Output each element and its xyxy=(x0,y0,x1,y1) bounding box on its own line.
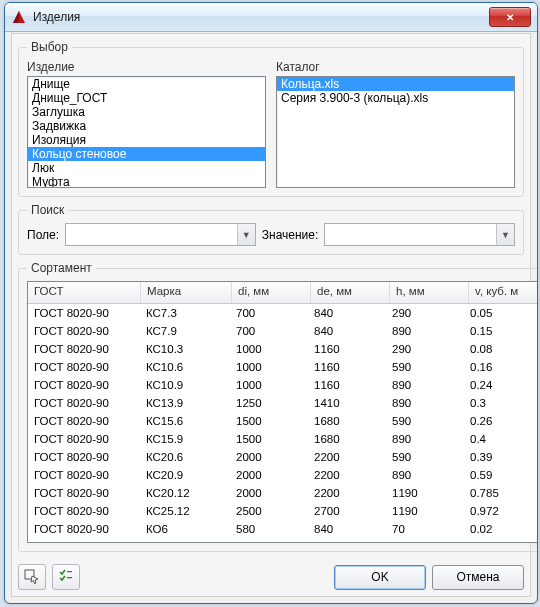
table-cell: ГОСТ 8020-90 xyxy=(28,502,140,520)
table-cell: КО6 xyxy=(140,520,230,538)
cancel-button[interactable]: Отмена xyxy=(432,565,524,590)
product-item[interactable]: Задвижка xyxy=(28,119,265,133)
dialog-footer: OK Отмена xyxy=(18,558,524,590)
table-cell: 1000 xyxy=(230,340,308,358)
product-item[interactable]: Кольцо стеновое xyxy=(28,147,265,161)
table-cell: 0.08 xyxy=(464,340,538,358)
table-cell: 0.972 xyxy=(464,502,538,520)
table-cell: ГОСТ 8020-90 xyxy=(28,484,140,502)
table-cell: ГОСТ 8020-90 xyxy=(28,376,140,394)
table-cell: 0.26 xyxy=(464,412,538,430)
table-row[interactable]: ГОСТ 8020-90КО6580840700.02 xyxy=(28,520,538,538)
product-label: Изделие xyxy=(27,60,266,74)
table-cell: 2000 xyxy=(230,448,308,466)
table-cell: 70 xyxy=(386,520,464,538)
table-cell: ГОСТ 8020-90 xyxy=(28,448,140,466)
table-cell: 840 xyxy=(308,304,386,322)
table-cell: КС20.6 xyxy=(140,448,230,466)
product-item[interactable]: Заглушка xyxy=(28,105,265,119)
table-cell: 890 xyxy=(386,376,464,394)
table-column-header[interactable]: ГОСТ xyxy=(28,282,141,303)
table-row[interactable]: ГОСТ 8020-90КС20.9200022008900.59 xyxy=(28,466,538,484)
table-row[interactable]: ГОСТ 8020-90КС10.3100011602900.08 xyxy=(28,340,538,358)
product-item[interactable]: Изоляция xyxy=(28,133,265,147)
table-cell: 580 xyxy=(230,520,308,538)
titlebar: Изделия ✕ xyxy=(5,3,537,32)
table-row[interactable]: ГОСТ 8020-90КС13.9125014108900.3 xyxy=(28,394,538,412)
table-cell: 290 xyxy=(386,304,464,322)
close-button[interactable]: ✕ xyxy=(489,7,531,27)
table-cell: 1000 xyxy=(230,376,308,394)
table-cell: 2200 xyxy=(308,466,386,484)
autocad-logo-icon xyxy=(11,9,27,25)
table-cell: 1160 xyxy=(308,376,386,394)
table-cell: КС10.3 xyxy=(140,340,230,358)
table-cell: 1410 xyxy=(308,394,386,412)
field-label: Поле: xyxy=(27,228,59,242)
table-cell: КС10.6 xyxy=(140,358,230,376)
table-row[interactable]: ГОСТ 8020-90КС7.37008402900.05 xyxy=(28,304,538,322)
check-list-button[interactable] xyxy=(52,564,80,590)
table-cell: 0.05 xyxy=(464,304,538,322)
table-row[interactable]: ГОСТ 8020-90КС15.6150016805900.26 xyxy=(28,412,538,430)
table-column-header[interactable]: v, куб. м xyxy=(469,282,538,303)
selection-group-label: Выбор xyxy=(27,40,72,54)
table-cell: 0.02 xyxy=(464,520,538,538)
table-cell: 0.3 xyxy=(464,394,538,412)
table-cell: 1190 xyxy=(386,484,464,502)
table-cell: 1500 xyxy=(230,430,308,448)
dialog-window: Изделия ✕ Выбор Изделие ДнищеДнище_ГОСТЗ… xyxy=(4,2,538,604)
table-cell: 0.15 xyxy=(464,322,538,340)
table-cell: 590 xyxy=(386,358,464,376)
table-cell: КС20.12 xyxy=(140,484,230,502)
table-cell: КС25.12 xyxy=(140,502,230,520)
ok-button[interactable]: OK xyxy=(334,565,426,590)
table-row[interactable]: ГОСТ 8020-90КС10.6100011605900.16 xyxy=(28,358,538,376)
table-cell: 0.24 xyxy=(464,376,538,394)
close-icon: ✕ xyxy=(506,12,514,23)
table-cell: 590 xyxy=(386,412,464,430)
catalog-label: Каталог xyxy=(276,60,515,74)
table-row[interactable]: ГОСТ 8020-90КС25.122500270011900.972 xyxy=(28,502,538,520)
pick-object-button[interactable] xyxy=(18,564,46,590)
table-cell: ГОСТ 8020-90 xyxy=(28,520,140,538)
catalog-item[interactable]: Серия 3.900-3 (кольца).xls xyxy=(277,91,514,105)
table-cell: ГОСТ 8020-90 xyxy=(28,430,140,448)
selection-group: Выбор Изделие ДнищеДнище_ГОСТЗаглушкаЗад… xyxy=(18,40,524,197)
table-row[interactable]: ГОСТ 8020-90КС15.9150016808900.4 xyxy=(28,430,538,448)
table-row[interactable]: ГОСТ 8020-90КС7.97008408900.15 xyxy=(28,322,538,340)
table-row[interactable]: ГОСТ 8020-90КС20.122000220011900.785 xyxy=(28,484,538,502)
table-cell: 890 xyxy=(386,466,464,484)
table-column-header[interactable]: de, мм xyxy=(311,282,390,303)
chevron-down-icon: ▼ xyxy=(496,224,514,245)
table-column-header[interactable]: h, мм xyxy=(390,282,469,303)
cancel-button-label: Отмена xyxy=(456,570,499,584)
table-cell: 0.39 xyxy=(464,448,538,466)
table-row[interactable]: ГОСТ 8020-90КС10.9100011608900.24 xyxy=(28,376,538,394)
product-item[interactable]: Днище xyxy=(28,77,265,91)
table-column-header[interactable]: Марка xyxy=(141,282,232,303)
table-cell: 2000 xyxy=(230,484,308,502)
table-cell: 2700 xyxy=(308,502,386,520)
table-column-header[interactable]: di, мм xyxy=(232,282,311,303)
sortament-group-label: Сортамент xyxy=(27,261,96,275)
check-list-icon xyxy=(58,568,74,587)
product-item[interactable]: Люк xyxy=(28,161,265,175)
value-label: Значение: xyxy=(262,228,319,242)
sortament-group: Сортамент ГОСТМаркаdi, ммde, ммh, ммv, к… xyxy=(18,261,538,552)
table-cell: 1160 xyxy=(308,340,386,358)
catalog-item[interactable]: Кольца.xls xyxy=(277,77,514,91)
table-cell: 0.4 xyxy=(464,430,538,448)
table-cell: КС15.6 xyxy=(140,412,230,430)
value-combo[interactable]: ▼ xyxy=(324,223,515,246)
product-item[interactable]: Муфта xyxy=(28,175,265,188)
client-area: Выбор Изделие ДнищеДнище_ГОСТЗаглушкаЗад… xyxy=(11,33,531,597)
table-body[interactable]: ГОСТ 8020-90КС7.37008402900.05ГОСТ 8020-… xyxy=(28,304,538,542)
table-cell: 0.785 xyxy=(464,484,538,502)
table-cell: 700 xyxy=(230,322,308,340)
table-row[interactable]: ГОСТ 8020-90КС20.6200022005900.39 xyxy=(28,448,538,466)
field-combo[interactable]: ▼ xyxy=(65,223,256,246)
product-listbox[interactable]: ДнищеДнище_ГОСТЗаглушкаЗадвижкаИзоляцияК… xyxy=(27,76,266,188)
catalog-listbox[interactable]: Кольца.xlsСерия 3.900-3 (кольца).xls xyxy=(276,76,515,188)
product-item[interactable]: Днище_ГОСТ xyxy=(28,91,265,105)
